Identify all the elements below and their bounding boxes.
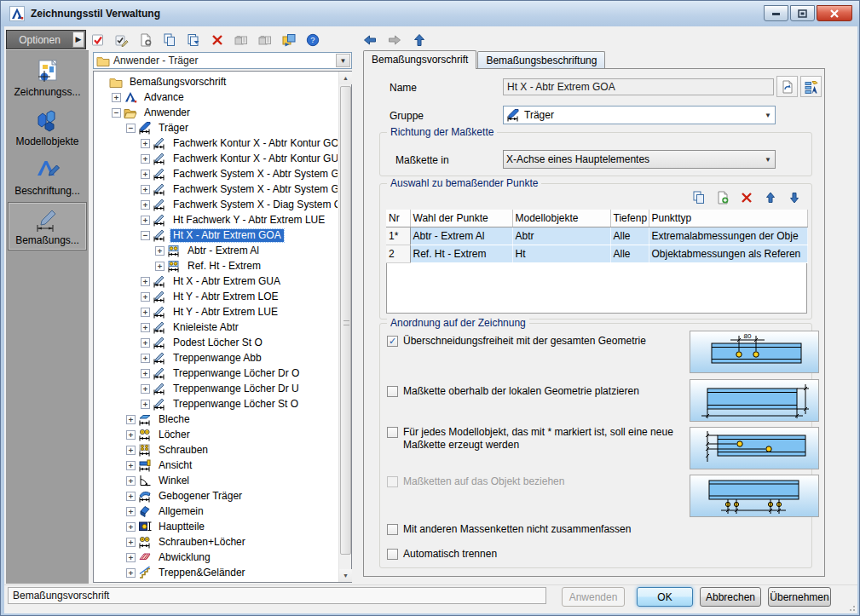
tree-item[interactable]: +Schrauben+Löcher (95, 534, 338, 550)
checkbox[interactable] (387, 427, 398, 438)
checkbox-row[interactable]: Für jedes Modellobjekt, das mit * markie… (387, 426, 675, 452)
checkbox-row[interactable]: Mit anderen Massenketten nicht zusammenf… (387, 523, 675, 536)
tree-item[interactable]: +Fachwerk System X - Diag System GUA (95, 197, 338, 212)
checkbox[interactable]: ✓ (387, 336, 398, 347)
tree-item[interactable]: +Ht Y - Abtr Extrem LUE (95, 304, 338, 320)
forward-button[interactable] (385, 31, 404, 49)
apply-style-button[interactable] (88, 30, 107, 49)
tree-item[interactable]: +Winkel (95, 473, 338, 488)
masskette-combobox[interactable]: X-Achse eines Hauptelementes ▼ (503, 150, 776, 169)
tree-item[interactable]: +Abwicklung (95, 550, 338, 565)
maximize-button[interactable] (790, 5, 815, 21)
checkbox[interactable] (387, 524, 398, 535)
scroll-thumb[interactable] (340, 86, 351, 555)
tree-item[interactable]: +Fachwerk System X - Abtr System GOA (95, 166, 338, 181)
anwenden-button[interactable]: Anwenden (562, 587, 625, 607)
expand-icon[interactable]: + (126, 568, 136, 578)
check-style-button[interactable] (112, 30, 131, 49)
table-row[interactable]: 1*Abtr - Extrem AlAbtrAlleExtremalabmess… (386, 227, 807, 245)
tree-item[interactable]: +Löcher (95, 427, 338, 442)
expand-icon[interactable]: + (141, 277, 150, 286)
tab-bemassungsbeschriftung[interactable]: Bemaßungsbeschriftung (477, 51, 605, 68)
move-down-button[interactable] (786, 189, 803, 206)
expand-icon[interactable]: + (126, 522, 136, 532)
sidebar-item-model[interactable]: Modellobjekte (8, 103, 87, 152)
tree-item[interactable]: +Hauptteile (95, 519, 338, 534)
options-expand-button[interactable]: ▶ (72, 32, 84, 48)
expand-icon[interactable]: + (155, 246, 164, 256)
expand-icon[interactable]: + (126, 430, 136, 440)
expand-icon[interactable]: + (141, 400, 150, 409)
expand-icon[interactable]: + (141, 154, 150, 164)
tree-item[interactable]: +Fachwerk System X - Abtr System GUA (95, 181, 338, 197)
export-styles-button[interactable] (255, 30, 274, 49)
tree-item[interactable]: +Treppenwange Löcher Dr U (95, 381, 338, 396)
paste-style-button[interactable] (183, 30, 203, 49)
expand-icon[interactable]: + (126, 492, 136, 501)
tree-item[interactable]: +Podest Löcher St O (95, 335, 338, 350)
abbrechen-button[interactable]: Abbrechen (700, 587, 761, 607)
new-style-button[interactable] (136, 30, 155, 49)
title-bar[interactable]: Zeichnungsstil Verwaltung (1, 1, 859, 26)
expand-icon[interactable]: + (141, 338, 150, 348)
combo-dropdown-icon[interactable]: ▼ (761, 112, 775, 119)
style-filter-combobox[interactable]: Anwender - Träger ▼ (93, 52, 352, 69)
expand-icon[interactable]: + (126, 415, 136, 424)
up-button[interactable] (410, 31, 429, 49)
checkbox-row[interactable]: ✓Überschneidungsfreiheit mit der gesamte… (387, 335, 675, 348)
add-row-button[interactable] (714, 189, 731, 206)
column-header[interactable]: Tiefenp (610, 210, 649, 227)
combo-dropdown-icon[interactable]: ▼ (336, 54, 350, 67)
column-header[interactable]: Modellobjekte (512, 210, 610, 227)
options-button[interactable]: Optionen ▶ (6, 30, 86, 49)
column-header[interactable]: Wahl der Punkte (410, 210, 512, 227)
tree-item[interactable]: +Schrauben (95, 442, 338, 458)
tree-item[interactable]: +Knieleiste Abtr (95, 320, 338, 335)
tree-item[interactable]: +Ref. Ht - Extrem (95, 258, 338, 273)
expand-icon[interactable]: + (141, 323, 150, 332)
tree-item[interactable]: +Treppen&Geländer (95, 565, 338, 580)
column-header[interactable]: Nr (386, 210, 410, 227)
close-button[interactable] (817, 5, 852, 21)
import-styles-button[interactable] (231, 30, 251, 49)
tree-item[interactable]: +Fachwerk Kontur X - Abtr Kontur GUA (95, 151, 338, 166)
expand-icon[interactable]: + (112, 93, 121, 102)
tree-item[interactable]: +Ansicht (95, 458, 338, 473)
expand-icon[interactable]: + (126, 461, 136, 470)
sidebar-item-drawing[interactable]: Zeichnungss... (8, 54, 87, 102)
tree-item[interactable]: +Bleche (95, 412, 338, 427)
help-button[interactable]: ? (303, 30, 322, 49)
collapse-icon[interactable]: − (112, 108, 121, 118)
expand-icon[interactable]: + (126, 446, 136, 455)
collapse-icon[interactable]: − (126, 124, 136, 133)
collapse-icon[interactable]: − (141, 231, 150, 240)
expand-icon[interactable]: + (141, 185, 150, 194)
expand-icon[interactable]: + (141, 308, 150, 317)
resize-grip[interactable] (847, 603, 856, 612)
expand-icon[interactable]: + (126, 553, 136, 562)
delete-row-button[interactable] (738, 189, 755, 206)
checkbox[interactable] (387, 386, 398, 397)
tree-item[interactable]: +Advance (95, 89, 338, 105)
expand-icon[interactable]: + (141, 384, 150, 394)
scroll-down-icon[interactable]: ▼ (339, 569, 352, 582)
copy-row-button[interactable] (690, 189, 707, 206)
expand-icon[interactable]: + (141, 139, 150, 148)
expand-icon[interactable]: + (126, 538, 136, 547)
ok-button[interactable]: OK (637, 587, 693, 607)
column-header[interactable]: Punkttyp (649, 210, 807, 227)
tab-bemassungsvorschrift[interactable]: Bemaßungsvorschrift (363, 50, 476, 69)
expand-icon[interactable]: + (126, 507, 136, 516)
new-from-style-button[interactable] (776, 76, 798, 97)
checkbox[interactable] (387, 476, 398, 487)
combo-dropdown-icon[interactable]: ▼ (761, 156, 775, 164)
expand-icon[interactable]: + (155, 262, 164, 271)
tree-item[interactable]: +Ht X - Abtr Extrem GUA (95, 273, 338, 289)
tree-scrollbar[interactable]: ▲ ▼ (338, 72, 351, 582)
expand-icon[interactable]: + (126, 476, 136, 486)
delete-style-button[interactable] (207, 30, 227, 49)
expand-icon[interactable]: + (141, 292, 150, 302)
sidebar-item-dim[interactable]: Bemaßungs... (8, 202, 87, 250)
tree-item[interactable]: +Ht Y - Abtr Extrem LOE (95, 289, 338, 304)
minimize-button[interactable] (764, 5, 788, 21)
